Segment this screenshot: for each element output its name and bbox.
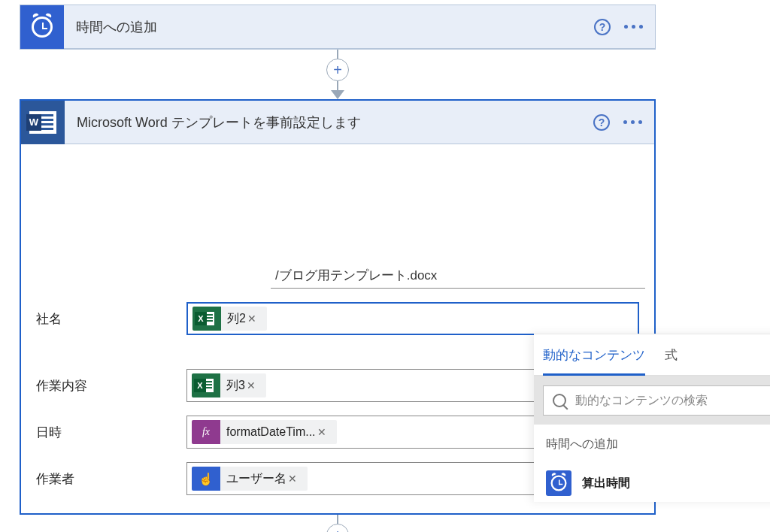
fx-icon: fx — [192, 420, 220, 444]
arrow-down-icon — [331, 90, 344, 99]
user-icon: ☝ — [192, 467, 220, 491]
token-remove-icon[interactable]: ✕ — [246, 313, 261, 325]
field-input-company[interactable]: 列2 ✕ — [186, 302, 639, 335]
template-file-path[interactable]: /ブログ用テンプレート.docx — [271, 263, 645, 289]
card-title: Microsoft Word テンプレートを事前設定します — [77, 113, 593, 131]
tab-dynamic-content[interactable]: 動的なコンテンツ — [543, 336, 645, 374]
search-input[interactable]: 動的なコンテンツの検索 — [543, 385, 770, 416]
clock-icon — [546, 470, 571, 496]
search-placeholder: 動的なコンテンツの検索 — [575, 393, 708, 409]
popup-section-title: 時間への追加 — [534, 425, 770, 464]
field-label: 作業者 — [36, 470, 186, 488]
field-label: 日時 — [36, 424, 186, 441]
token-text: ユーザー名 — [226, 471, 286, 487]
card-header[interactable]: 時間への追加 ? — [20, 5, 655, 49]
clock-icon — [20, 5, 64, 49]
connector: + — [20, 515, 656, 532]
card-header[interactable]: Microsoft Word テンプレートを事前設定します ? — [21, 101, 654, 144]
more-menu-icon[interactable] — [623, 120, 642, 124]
token-remove-icon[interactable]: ✕ — [286, 473, 302, 485]
connector: + — [20, 50, 656, 99]
card-title: 時間への追加 — [76, 18, 594, 36]
token-expression-formatdatetime[interactable]: fx formatDateTim... ✕ — [192, 420, 337, 444]
help-icon[interactable]: ? — [594, 19, 611, 35]
dynamic-content-popup: 動的なコンテンツ 式 動的なコンテンツの検索 時間への追加 算出時間 — [534, 334, 770, 502]
dynamic-content-item-calculated-time[interactable]: 算出時間 — [534, 464, 770, 502]
tab-expression[interactable]: 式 — [665, 336, 678, 374]
field-label: 社名 — [36, 310, 186, 328]
help-icon[interactable]: ? — [593, 114, 610, 131]
action-card-add-to-time[interactable]: 時間への追加 ? — [20, 5, 656, 50]
add-step-button[interactable]: + — [326, 59, 349, 81]
token-excel-col3[interactable]: 列3 ✕ — [192, 373, 266, 397]
token-text: 列3 — [226, 378, 245, 394]
word-icon — [21, 101, 65, 144]
excel-icon — [192, 373, 220, 397]
search-icon — [553, 394, 566, 407]
excel-icon — [192, 307, 221, 331]
field-row-company: 社名 列2 ✕ — [36, 299, 639, 338]
token-excel-col2[interactable]: 列2 ✕ — [192, 307, 267, 331]
token-username[interactable]: ☝ ユーザー名 ✕ — [192, 467, 308, 491]
add-step-button[interactable]: + — [326, 524, 349, 532]
token-text: 列2 — [227, 311, 246, 327]
token-remove-icon[interactable]: ✕ — [316, 426, 331, 438]
token-remove-icon[interactable]: ✕ — [245, 379, 260, 391]
token-text: formatDateTim... — [226, 425, 316, 439]
field-label: 作業内容 — [36, 377, 186, 394]
item-label: 算出時間 — [582, 476, 630, 491]
more-menu-icon[interactable] — [624, 25, 643, 29]
